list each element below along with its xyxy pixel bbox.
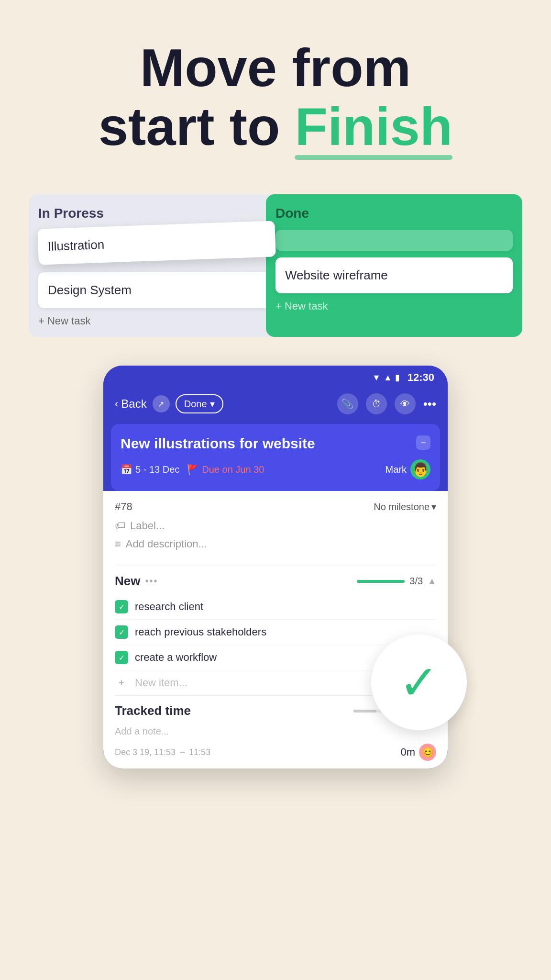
time-entry-dates: Dec 3 19, 11:53 → 11:53 [115, 747, 210, 757]
hero-line1: Move from [140, 38, 411, 98]
arrow-circle-icon[interactable]: ↗ [153, 395, 170, 412]
status-bar: ▼ ▲ ▮ 12:30 [103, 366, 448, 388]
hero-line2-prefix: start to [99, 97, 295, 156]
due-date-text: Due on Jun 30 [202, 464, 264, 475]
task-status-badge[interactable]: Done ▾ [176, 394, 223, 413]
task-meta: 📅 5 - 13 Dec 🚩 Due on Jun 30 Mark 👨 [121, 459, 430, 479]
back-button[interactable]: ‹ Back [115, 397, 147, 411]
view-icon[interactable]: 👁 [395, 393, 416, 414]
more-options-icon[interactable]: ••• [423, 397, 436, 412]
description-row: ≡ Add description... [115, 538, 436, 550]
add-subtask-icon[interactable]: + [115, 676, 128, 690]
chevron-down-icon-milestone: ▾ [431, 501, 436, 512]
chevron-down-icon: ▾ [210, 398, 215, 410]
battery-icon: ▮ [395, 372, 400, 383]
attachment-icon[interactable]: 📎 [337, 393, 358, 414]
new-item-placeholder: New item... [135, 677, 187, 689]
subtasks-title: New ••• [115, 574, 158, 589]
kanban-done-column: Done Website wireframe + New task [266, 194, 522, 337]
in-progress-title: In Proress [38, 206, 276, 221]
time-entry-avatar: 😊 [419, 744, 436, 761]
task-card: New illustrations for website − 📅 5 - 13… [111, 424, 440, 491]
label-placeholder: Label... [130, 520, 165, 532]
hero-section: Move from start to Finish [0, 0, 551, 185]
hero-finish: Finish [295, 97, 452, 156]
kanban-card-design-system: Design System [38, 272, 276, 308]
kanban-section: In Proress Illustration Design System + … [0, 185, 551, 356]
label-icon: 🏷 [115, 520, 125, 532]
subtask-checkbox-3[interactable]: ✓ [115, 651, 128, 664]
back-label: Back [121, 397, 146, 411]
entry-time-text: 0m [400, 746, 415, 758]
subtask-checkbox-2[interactable]: ✓ [115, 625, 128, 639]
task-id-row: #78 No milestone ▾ [115, 501, 436, 513]
time-entry-row: Dec 3 19, 11:53 → 11:53 0m 😊 [115, 740, 436, 768]
kanban-card-placeholder [276, 230, 513, 251]
due-date: 🚩 Due on Jun 30 [187, 464, 264, 475]
header-right-icons: 📎 ⏱ 👁 ••• [337, 393, 436, 414]
task-title-row: New illustrations for website − [121, 435, 430, 452]
app-header: ‹ Back ↗ Done ▾ 📎 ⏱ 👁 ••• [103, 388, 448, 424]
time-entry-value: 0m 😊 [400, 744, 436, 761]
task-collapse-button[interactable]: − [416, 435, 430, 450]
status-time: 12:30 [408, 371, 434, 384]
label-row: 🏷 Label... [115, 520, 436, 532]
hero-title: Move from start to Finish [19, 38, 532, 156]
subtasks-collapse-icon[interactable]: ▲ [428, 576, 436, 586]
assignee-name: Mark [386, 464, 407, 475]
subtask-checkbox-1[interactable]: ✓ [115, 600, 128, 613]
subtasks-right: 3/3 ▲ [357, 576, 436, 587]
subtask-text-3: create a workflow [135, 651, 217, 664]
timer-icon[interactable]: ⏱ [366, 393, 387, 414]
task-title: New illustrations for website [121, 435, 416, 452]
done-title: Done [276, 206, 513, 221]
in-progress-new-task[interactable]: + New task [38, 315, 276, 327]
signal-icon: ▲ [384, 373, 392, 383]
subtask-text-2: reach previous stakeholders [135, 626, 266, 638]
description-icon: ≡ [115, 538, 121, 550]
milestone-badge[interactable]: No milestone ▾ [374, 501, 436, 512]
date-range-text: 5 - 13 Dec [135, 464, 179, 475]
subtasks-more-icon[interactable]: ••• [145, 576, 158, 587]
assignee: Mark 👨 [386, 459, 430, 479]
wifi-icon: ▼ [372, 373, 381, 383]
done-new-task[interactable]: + New task [276, 300, 513, 312]
checkmark-overlay: ✓ [371, 635, 467, 730]
phone-section: ▼ ▲ ▮ 12:30 ‹ Back ↗ Done ▾ [0, 356, 551, 797]
subtasks-header: New ••• 3/3 ▲ [115, 566, 436, 594]
avatar: 👨 [410, 459, 430, 479]
status-icons: ▼ ▲ ▮ [372, 372, 400, 383]
avatar-emoji: 👨 [412, 462, 429, 478]
subtasks-progress-bar [357, 580, 405, 583]
kanban-card-illustration: Illustration [37, 221, 276, 265]
calendar-icon: 📅 [121, 464, 132, 475]
subtasks-section-label: New [115, 574, 140, 589]
description-placeholder: Add description... [126, 538, 207, 550]
kanban-in-progress-column: In Proress Illustration Design System + … [29, 194, 285, 337]
flag-icon: 🚩 [187, 464, 199, 475]
back-arrow-icon: ‹ [115, 398, 118, 410]
subtasks-count: 3/3 [409, 576, 423, 587]
kanban-card-wireframe: Website wireframe [276, 257, 513, 293]
tracked-title: Tracked time [115, 703, 191, 718]
milestone-text: No milestone [374, 501, 430, 512]
checkmark-icon: ✓ [399, 658, 439, 706]
phone-wrapper: ▼ ▲ ▮ 12:30 ‹ Back ↗ Done ▾ [103, 366, 448, 768]
task-dates: 📅 5 - 13 Dec 🚩 Due on Jun 30 [121, 464, 264, 475]
checkmark-circle: ✓ [371, 635, 467, 730]
task-details: #78 No milestone ▾ 🏷 Label... ≡ Add desc… [103, 491, 448, 566]
status-label: Done [184, 399, 207, 410]
subtask-item-1: ✓ research client [115, 594, 436, 620]
subtasks-progress-fill [357, 580, 405, 583]
task-id: #78 [115, 501, 132, 513]
subtask-text-1: research client [135, 601, 203, 613]
date-range: 📅 5 - 13 Dec [121, 464, 179, 475]
